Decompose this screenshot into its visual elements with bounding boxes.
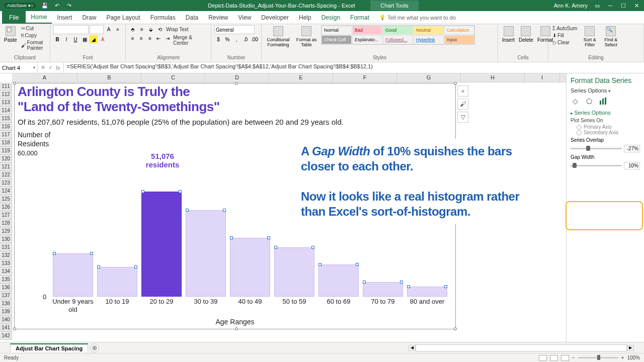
autosum-button[interactable]: Σ AutoSum (551, 25, 578, 32)
merge-button[interactable]: Merge & Center (172, 34, 208, 46)
series-handle[interactable] (97, 265, 100, 268)
tab-review[interactable]: Review (203, 12, 233, 23)
series-handle[interactable] (179, 190, 182, 193)
series-handle[interactable] (186, 209, 189, 212)
style-check-cell[interactable]: Check Cell (321, 35, 352, 44)
col-header[interactable]: A (12, 73, 77, 82)
col-header[interactable]: F (333, 73, 397, 82)
series-options-section[interactable]: Series Options (571, 110, 640, 116)
row-header[interactable]: 127 (0, 211, 12, 219)
enter-formula-icon[interactable]: ✓ (48, 64, 53, 71)
tab-help[interactable]: Help (294, 12, 316, 23)
row-header[interactable]: 136 (0, 284, 12, 292)
row-header[interactable]: 117 (0, 131, 12, 139)
tab-data[interactable]: Data (181, 12, 203, 23)
style-hyperlink[interactable]: Hyperlink (414, 35, 444, 44)
x-axis-title[interactable]: Age Ranges (15, 318, 455, 326)
style-input[interactable]: Input (444, 35, 474, 44)
series-handle[interactable] (53, 252, 56, 255)
hscroll-right[interactable]: ▶ (627, 345, 634, 351)
style-explanatory[interactable]: Explanato... (352, 35, 382, 44)
tab-view[interactable]: View (233, 12, 257, 23)
row-header[interactable]: 123 (0, 179, 12, 187)
cut-button[interactable]: ✂ Cut (20, 25, 47, 32)
row-header[interactable]: 132 (0, 251, 12, 259)
selection-handle[interactable] (13, 327, 16, 330)
font-size-select[interactable] (90, 25, 104, 34)
indent-dec-icon[interactable]: ⇤ (155, 34, 163, 42)
row-header[interactable]: 134 (0, 267, 12, 276)
chart-object[interactable]: ＋ 🖌 ▽ Arlington County is Truly the "Lan… (14, 83, 456, 329)
normal-view-button[interactable] (539, 355, 547, 361)
zoom-level[interactable]: 100% (627, 355, 640, 360)
bar[interactable] (186, 210, 226, 297)
close-icon[interactable]: ✕ (633, 2, 640, 9)
italic-icon[interactable]: I (62, 35, 70, 43)
row-header[interactable]: 129 (0, 227, 12, 235)
row-header[interactable]: 125 (0, 195, 12, 203)
row-header[interactable]: 139 (0, 308, 12, 316)
series-handle[interactable] (90, 252, 93, 255)
row-header[interactable]: 138 (0, 300, 12, 308)
font-family-select[interactable] (53, 25, 89, 34)
zoom-out-button[interactable]: − (572, 355, 575, 360)
tab-developer[interactable]: Developer (256, 12, 294, 23)
selection-handle[interactable] (235, 82, 238, 85)
cancel-formula-icon[interactable]: ✕ (41, 64, 45, 71)
series-handle[interactable] (223, 209, 226, 212)
selection-handle[interactable] (454, 327, 457, 330)
format-as-table-button[interactable]: Format as Table (294, 25, 319, 48)
style-bad[interactable]: Bad (352, 26, 382, 35)
row-header[interactable]: 133 (0, 259, 12, 267)
chart-elements-button[interactable]: ＋ (457, 85, 468, 97)
row-header[interactable]: 121 (0, 163, 12, 171)
tell-me-input[interactable]: Tell me what you want to do (379, 15, 456, 21)
fill-line-icon[interactable]: ◇ (571, 97, 580, 106)
align-middle-icon[interactable]: ≡ (138, 25, 146, 33)
zoom-slider[interactable] (578, 357, 618, 358)
bar[interactable] (230, 238, 270, 297)
row-header[interactable]: 131 (0, 243, 12, 251)
row-header[interactable]: 118 (0, 139, 12, 147)
style-calculation[interactable]: Calculation (444, 26, 474, 35)
row-header[interactable]: 114 (0, 107, 12, 115)
row-header[interactable]: 130 (0, 235, 12, 243)
tab-draw[interactable]: Draw (77, 12, 101, 23)
copy-button[interactable]: ⎘ Copy (20, 32, 47, 39)
style-good[interactable]: Good (383, 26, 413, 35)
col-header[interactable]: H (461, 73, 525, 82)
bar[interactable] (318, 264, 359, 297)
primary-axis-radio[interactable]: Primary Axis (571, 124, 640, 130)
tab-file[interactable]: File (2, 11, 26, 24)
align-bottom-icon[interactable]: ⬙ (147, 25, 155, 33)
effects-icon[interactable]: ⬠ (585, 97, 594, 106)
chart-subtitle[interactable]: Of its 207,607 residents, 51,076 people … (15, 115, 455, 130)
row-header[interactable]: 116 (0, 123, 12, 131)
align-top-icon[interactable]: ⬘ (129, 25, 137, 33)
page-break-view-button[interactable] (561, 355, 569, 361)
grow-font-icon[interactable]: A (105, 25, 113, 33)
series-overlap-slider[interactable] (571, 148, 622, 149)
currency-icon[interactable]: $ (214, 35, 222, 43)
minimize-icon[interactable]: ─ (607, 2, 614, 9)
selection-handle[interactable] (235, 327, 238, 330)
bar[interactable] (141, 192, 182, 297)
bar[interactable] (53, 253, 93, 297)
undo-icon[interactable]: ↶ (53, 2, 60, 9)
add-sheet-button[interactable]: ⊕ (90, 343, 99, 352)
row-header[interactable]: 120 (0, 155, 12, 163)
tab-format[interactable]: Format (345, 12, 374, 23)
row-header[interactable]: 142 (0, 332, 12, 340)
align-center-icon[interactable]: ≡ (137, 34, 145, 42)
col-header[interactable]: E (269, 73, 333, 82)
conditional-formatting-button[interactable]: Conditional Formatting (265, 25, 292, 48)
insert-cells-button[interactable]: Insert (501, 25, 516, 44)
hscroll-left[interactable]: ◀ (409, 345, 416, 351)
cell-styles-gallery[interactable]: Normal Bad Good Neutral Calculation Chec… (321, 25, 475, 45)
chart-filters-button[interactable]: ▽ (457, 112, 468, 123)
chart-title[interactable]: Arlington County is Truly the "Land of t… (15, 83, 455, 115)
wrap-text-button[interactable]: Wrap Text (165, 25, 190, 33)
clear-button[interactable]: ◇ Clear (551, 39, 578, 46)
border-icon[interactable]: ▦ (80, 35, 89, 43)
gap-width-input[interactable] (624, 162, 640, 169)
